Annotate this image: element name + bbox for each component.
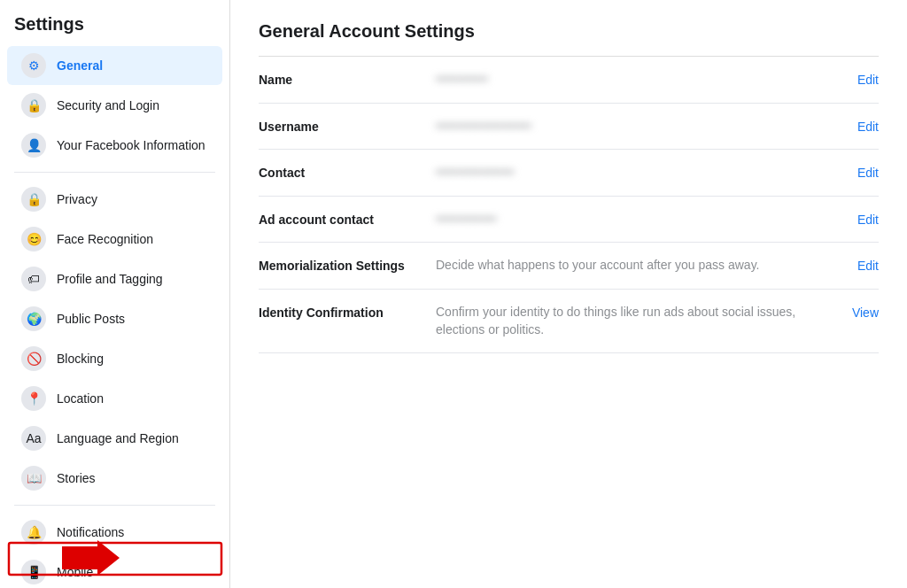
settings-row-action-ad-account-contact[interactable]: Edit: [857, 211, 879, 227]
face-recognition-icon: 😊: [21, 227, 46, 251]
stories-icon: 📖: [21, 466, 46, 491]
settings-row-value-identity-confirmation: Confirm your identity to do things like …: [436, 304, 838, 338]
security-and-login-icon: 🔒: [21, 93, 46, 118]
sidebar-item-public-posts[interactable]: 🌍Public Posts: [7, 299, 222, 338]
sidebar-item-location[interactable]: 📍Location: [7, 379, 222, 418]
sidebar-items-container: ⚙General🔒Security and Login👤Your Faceboo…: [0, 46, 229, 588]
sidebar-item-label-public-posts: Public Posts: [57, 312, 125, 326]
general-icon: ⚙: [21, 53, 46, 78]
sidebar-item-label-general: General: [57, 58, 103, 73]
sidebar-item-mobile[interactable]: 📱Mobile: [7, 553, 222, 588]
settings-row-contact: Contact••••••••••••••••••Edit: [259, 150, 879, 197]
sidebar-item-profile-and-tagging[interactable]: 🏷Profile and Tagging: [7, 259, 222, 298]
mobile-icon: 📱: [21, 560, 46, 584]
page-title: General Account Settings: [259, 21, 879, 42]
sidebar-item-stories[interactable]: 📖Stories: [7, 459, 222, 498]
settings-row-memorialization-settings: Memorialization SettingsDecide what happ…: [259, 243, 879, 290]
blocking-icon: 🚫: [21, 346, 46, 371]
settings-row-ad-account-contact: Ad account contact••••••••••••••Edit: [259, 197, 879, 244]
public-posts-icon: 🌍: [21, 306, 46, 331]
sidebar-item-label-face-recognition: Face Recognition: [57, 232, 153, 246]
sidebar-item-label-language-and-region: Language and Region: [57, 431, 179, 445]
sidebar-item-label-notifications: Notifications: [57, 525, 124, 539]
sidebar-title: Settings: [0, 11, 229, 45]
sidebar-divider: [14, 172, 215, 173]
settings-row-value-ad-account-contact: ••••••••••••••: [436, 211, 843, 228]
settings-row-label-identity-confirmation: Identity Confirmation: [259, 304, 436, 320]
sidebar-item-notifications[interactable]: 🔔Notifications: [7, 513, 222, 552]
sidebar-item-label-security-and-login: Security and Login: [57, 98, 159, 112]
sidebar-item-face-recognition[interactable]: 😊Face Recognition: [7, 220, 222, 259]
settings-row-value-memorialization-settings: Decide what happens to your account afte…: [436, 257, 843, 275]
settings-rows-container: Name••••••••••••EditUsername••••••••••••…: [259, 57, 879, 353]
settings-row-username: Username••••••••••••••••••••••Edit: [259, 104, 879, 151]
your-facebook-information-icon: 👤: [21, 133, 46, 158]
location-icon: 📍: [21, 386, 46, 411]
sidebar-item-language-and-region[interactable]: AaLanguage and Region: [7, 419, 222, 458]
main-content: General Account Settings Name•••••••••••…: [230, 0, 907, 588]
sidebar-item-privacy[interactable]: 🔒Privacy: [7, 180, 222, 219]
settings-row-identity-confirmation: Identity ConfirmationConfirm your identi…: [259, 290, 879, 353]
sidebar: Settings ⚙General🔒Security and Login👤You…: [0, 0, 230, 588]
settings-row-action-identity-confirmation[interactable]: View: [852, 304, 879, 320]
settings-row-value-name: ••••••••••••: [436, 71, 843, 89]
sidebar-item-your-facebook-information[interactable]: 👤Your Facebook Information: [7, 126, 222, 165]
profile-and-tagging-icon: 🏷: [21, 267, 46, 291]
sidebar-item-label-stories: Stories: [57, 471, 96, 485]
settings-row-action-name[interactable]: Edit: [857, 71, 879, 87]
language-and-region-icon: Aa: [21, 426, 46, 451]
privacy-icon: 🔒: [21, 187, 46, 212]
app-layout: Settings ⚙General🔒Security and Login👤You…: [0, 0, 907, 588]
settings-row-action-memorialization-settings[interactable]: Edit: [857, 257, 879, 273]
notifications-icon: 🔔: [21, 520, 46, 545]
sidebar-item-security-and-login[interactable]: 🔒Security and Login: [7, 86, 222, 125]
settings-row-label-contact: Contact: [259, 164, 436, 180]
settings-row-action-contact[interactable]: Edit: [857, 164, 879, 180]
sidebar-item-label-profile-and-tagging: Profile and Tagging: [57, 272, 163, 286]
settings-row-label-ad-account-contact: Ad account contact: [259, 211, 436, 227]
settings-row-label-memorialization-settings: Memorialization Settings: [259, 257, 436, 273]
sidebar-item-label-your-facebook-information: Your Facebook Information: [57, 138, 205, 152]
sidebar-item-general[interactable]: ⚙General: [7, 46, 222, 85]
settings-row-value-contact: ••••••••••••••••••: [436, 164, 843, 182]
settings-row-label-name: Name: [259, 71, 436, 87]
settings-row-action-username[interactable]: Edit: [857, 118, 879, 134]
sidebar-item-blocking[interactable]: 🚫Blocking: [7, 339, 222, 378]
sidebar-item-label-mobile: Mobile: [57, 565, 93, 579]
sidebar-divider: [14, 505, 215, 506]
settings-row-name: Name••••••••••••Edit: [259, 57, 879, 104]
sidebar-item-label-location: Location: [57, 391, 104, 406]
sidebar-item-label-privacy: Privacy: [57, 192, 97, 206]
settings-row-value-username: ••••••••••••••••••••••: [436, 118, 843, 135]
sidebar-item-label-blocking: Blocking: [57, 352, 104, 366]
settings-row-label-username: Username: [259, 118, 436, 134]
